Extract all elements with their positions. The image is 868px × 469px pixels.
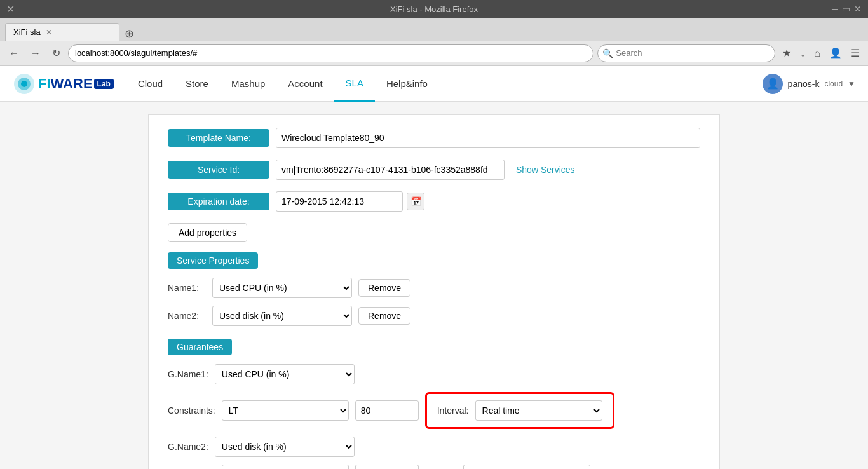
browser-close-btn[interactable]: ✕: [6, 3, 15, 15]
interval-1-select[interactable]: Real time Hourly Daily: [475, 400, 602, 421]
property-row-2: Name2: Used disk (in %) Used CPU (in %) …: [168, 306, 700, 326]
guarantee-name-1-row: G.Name1: Used CPU (in %) Used disk (in %…: [168, 364, 700, 384]
add-properties-button[interactable]: Add properties: [168, 223, 247, 242]
constraint-value-1-input[interactable]: [355, 400, 419, 421]
window-controls: ─ ▭ ✕: [832, 4, 862, 14]
download-icon[interactable]: ↓: [797, 46, 808, 60]
tab-title: XiFi sla: [13, 27, 41, 37]
browser-tab-active[interactable]: XiFi sla ✕: [5, 23, 119, 41]
guarantees-header: Guarantees: [168, 339, 232, 355]
user-dropdown-arrow[interactable]: ▼: [848, 79, 855, 88]
guarantee-select-1[interactable]: Used CPU (in %) Used disk (in %): [215, 364, 355, 384]
user-icon[interactable]: 👤: [826, 46, 845, 60]
remove-property-1-button[interactable]: Remove: [358, 279, 410, 297]
date-input-wrapper: 📅: [276, 191, 424, 212]
guarantee-constraints-1-row: Constraints: LT GT EQ Interval: Real tim…: [168, 392, 700, 429]
interval-1-highlighted-box: Interval: Real time Hourly Daily: [425, 392, 614, 429]
guarantee-select-2[interactable]: Used disk (in %) Used CPU (in %): [215, 437, 355, 457]
user-cloud: cloud: [824, 79, 843, 88]
template-name-row: Template Name:: [168, 128, 700, 148]
forward-button[interactable]: →: [27, 46, 44, 60]
search-bar-wrapper: 🔍: [597, 44, 775, 62]
nav-icons: ★ ↓ ⌂ 👤 ☰: [779, 46, 863, 60]
user-avatar: 👤: [763, 74, 783, 94]
win-close[interactable]: ✕: [854, 4, 862, 14]
calendar-icon[interactable]: 📅: [407, 193, 424, 210]
template-name-input[interactable]: [276, 128, 700, 148]
service-id-label: Service Id:: [168, 161, 269, 179]
service-id-input[interactable]: [276, 160, 505, 180]
logo-ware: WARE: [51, 76, 93, 92]
interval-1-label: Interval:: [437, 405, 469, 416]
interval-2-select[interactable]: Real time Hourly Daily: [463, 465, 590, 469]
logo-fi: FI: [38, 76, 51, 92]
property-row-1: Name1: Used CPU (in %) Used disk (in %) …: [168, 278, 700, 298]
logo-svg: [13, 72, 36, 95]
home-icon[interactable]: ⌂: [811, 46, 824, 60]
logo-lab: Lab: [94, 79, 114, 89]
constraint-value-2-input[interactable]: [355, 465, 419, 469]
expiration-label: Expiration date:: [168, 193, 269, 210]
menu-icon[interactable]: ☰: [848, 46, 863, 60]
reload-button[interactable]: ↻: [48, 46, 64, 60]
nav-account[interactable]: Account: [276, 66, 334, 102]
show-services-link[interactable]: Show Services: [516, 165, 575, 175]
service-properties-header: Service Properties: [168, 252, 258, 269]
user-area[interactable]: 👤 panos-k cloud ▼: [763, 74, 855, 94]
property-select-1[interactable]: Used CPU (in %) Used disk (in %): [212, 278, 352, 298]
url-bar-wrapper: [68, 44, 593, 62]
nav-store[interactable]: Store: [174, 66, 220, 102]
browser-navbar: ← → ↻ 🔍 ★ ↓ ⌂ 👤 ☰: [0, 41, 868, 66]
nav-sla[interactable]: SLA: [334, 66, 375, 102]
app-nav: Cloud Store Mashup Account SLA Help&info: [126, 66, 763, 102]
new-tab-button[interactable]: ⊕: [119, 27, 139, 41]
property-name-1-label: Name1:: [168, 283, 206, 293]
constraint-type-1-select[interactable]: LT GT EQ: [222, 400, 349, 421]
logo-area: FI WARE Lab: [13, 72, 114, 95]
bookmark-icon[interactable]: ★: [779, 46, 794, 60]
svg-point-2: [21, 81, 27, 87]
template-name-label: Template Name:: [168, 129, 269, 147]
property-name-2-label: Name2:: [168, 311, 206, 321]
service-id-row: Service Id: Show Services: [168, 160, 700, 180]
expiration-input[interactable]: [276, 191, 403, 212]
nav-cloud[interactable]: Cloud: [126, 66, 174, 102]
remove-property-2-button[interactable]: Remove: [358, 307, 410, 325]
guarantee-constraints-2-row: Constraints: LT GT EQ Interval: Real tim…: [168, 465, 700, 469]
guarantee-name-2-label: G.Name2:: [168, 442, 208, 452]
user-name: panos-k: [788, 79, 820, 89]
property-select-2[interactable]: Used disk (in %) Used CPU (in %): [212, 306, 352, 326]
main-content: Template Name: Service Id: Show Services…: [0, 102, 868, 469]
guarantees-section: Guarantees G.Name1: Used CPU (in %) Used…: [168, 339, 700, 469]
search-icon: 🔍: [602, 48, 613, 58]
constraints-1-label: Constraints:: [168, 405, 215, 416]
win-maximize[interactable]: ▭: [842, 4, 850, 14]
constraint-type-2-select[interactable]: LT GT EQ: [222, 465, 349, 469]
browser-title: XiFi sla - Mozilla Firefox: [390, 4, 478, 14]
browser-tabbar: XiFi sla ✕ ⊕: [0, 18, 868, 41]
url-input[interactable]: [68, 44, 593, 62]
browser-titlebar: ✕ XiFi sla - Mozilla Firefox ─ ▭ ✕: [0, 0, 868, 18]
expiration-row: Expiration date: 📅: [168, 191, 700, 212]
win-minimize[interactable]: ─: [832, 4, 838, 14]
nav-help[interactable]: Help&info: [375, 66, 439, 102]
guarantee-name-1-label: G.Name1:: [168, 369, 208, 379]
form-container: Template Name: Service Id: Show Services…: [148, 114, 720, 469]
search-input[interactable]: [597, 44, 775, 62]
tab-close-btn[interactable]: ✕: [46, 28, 52, 37]
back-button[interactable]: ←: [5, 46, 23, 60]
guarantee-name-2-row: G.Name2: Used disk (in %) Used CPU (in %…: [168, 437, 700, 457]
nav-mashup[interactable]: Mashup: [220, 66, 276, 102]
service-properties-section: Service Properties Name1: Used CPU (in %…: [168, 252, 700, 326]
app-header: FI WARE Lab Cloud Store Mashup Account S…: [0, 66, 868, 102]
